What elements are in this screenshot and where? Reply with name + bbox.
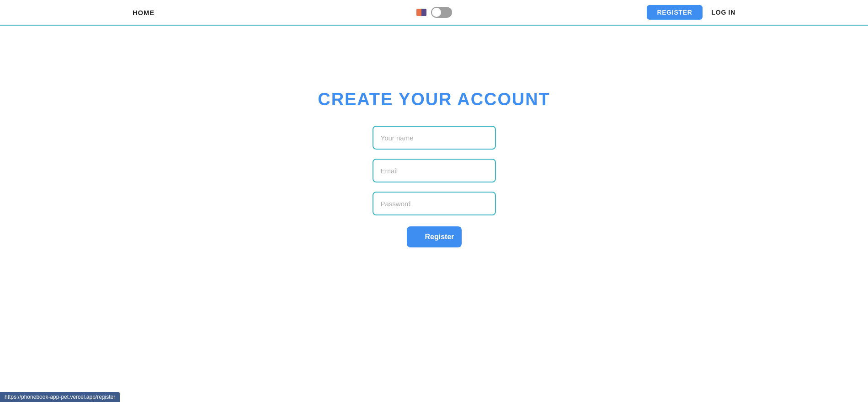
nav-right: REGISTER LOG IN: [647, 5, 735, 20]
nav-center: [416, 7, 452, 18]
theme-toggle[interactable]: [431, 7, 452, 18]
email-input[interactable]: [373, 159, 496, 182]
status-url: https://phonebook-app-pet.vercel.app/reg…: [5, 394, 115, 400]
nav-login-link[interactable]: LOG IN: [712, 9, 735, 16]
password-input[interactable]: [373, 192, 496, 215]
flag-icon: [416, 9, 426, 16]
submit-button[interactable]: Register: [407, 226, 462, 247]
home-link[interactable]: HOME: [133, 9, 154, 16]
flag-right: [421, 9, 426, 16]
toggle-knob: [432, 8, 441, 17]
nav-left: HOME: [133, 9, 154, 16]
name-input[interactable]: [373, 126, 496, 150]
status-bar: https://phonebook-app-pet.vercel.app/reg…: [0, 392, 120, 402]
form-title: CREATE YOUR ACCOUNT: [318, 90, 550, 109]
register-form: Register: [0, 126, 868, 247]
navbar: HOME REGISTER LOG IN: [0, 0, 868, 26]
nav-register-button[interactable]: REGISTER: [647, 5, 702, 20]
flag-left: [416, 9, 421, 16]
main-content: CREATE YOUR ACCOUNT Register: [0, 26, 868, 247]
